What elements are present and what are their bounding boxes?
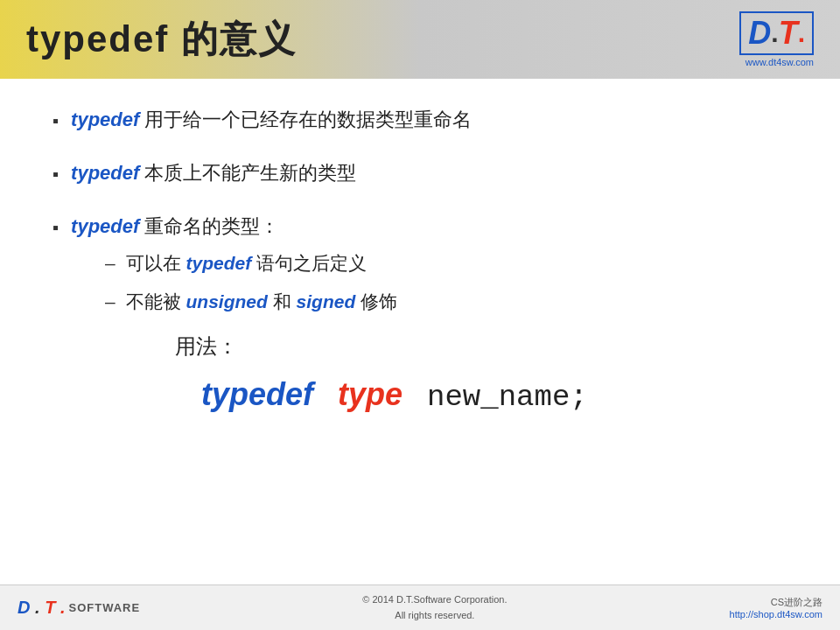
sub-text-1: 可以在 typedef 语句之后定义	[126, 249, 367, 277]
logo-t-letter: T	[779, 15, 798, 52]
keyword-typedef-3: typedef	[71, 215, 139, 237]
bullet-list: ▪ typedef 用于给一个已经存在的数据类型重命名 ▪ typedef 本质…	[52, 105, 788, 241]
sub-marker-2: –	[105, 288, 116, 316]
bullet-marker-3: ▪	[52, 214, 59, 241]
keyword-typedef-1: typedef	[71, 108, 139, 130]
footer-logo: D . T . Software	[18, 598, 140, 618]
bullet-rest-2: 本质上不能产生新的类型	[139, 162, 356, 184]
footer-t: T	[45, 598, 55, 617]
sub-marker-1: –	[105, 249, 116, 277]
bullet-text-3: typedef 重命名的类型：	[71, 212, 279, 241]
bullet-item-2: ▪ typedef 本质上不能产生新的类型	[52, 158, 788, 187]
footer-d: D	[18, 598, 30, 617]
footer-logo-dt: D . T .	[18, 598, 65, 618]
slide-title: typedef 的意义	[26, 15, 297, 64]
footer-url: http://shop.dt4sw.com	[730, 609, 822, 620]
code-typedef: typedef	[201, 376, 313, 413]
footer-software: Software	[68, 601, 140, 614]
bullet-rest-1: 用于给一个已经存在的数据类型重命名	[139, 108, 472, 130]
bullet-marker-1: ▪	[52, 108, 59, 134]
sub-item-2: – 不能被 unsigned 和 signed 修饰	[105, 288, 788, 316]
bullet-item-3: ▪ typedef 重命名的类型：	[52, 212, 788, 241]
logo-dot2: .	[798, 18, 805, 48]
sub-keyword-unsigned: unsigned	[186, 291, 268, 312]
code-new-name: new_name;	[427, 381, 588, 414]
logo-dot1: .	[771, 18, 778, 48]
sub-keyword-signed: signed	[297, 291, 356, 312]
footer-dot2: .	[60, 598, 66, 617]
logo-box: D . T .	[739, 11, 814, 55]
bullet-text-2: typedef 本质上不能产生新的类型	[71, 158, 356, 187]
slide-content: ▪ typedef 用于给一个已经存在的数据类型重命名 ▪ typedef 本质…	[0, 79, 840, 423]
bullet-marker-2: ▪	[52, 161, 59, 187]
slide-header: typedef 的意义 D . T . www.dt4sw.com	[0, 0, 840, 79]
footer-dot1: .	[35, 598, 40, 617]
keyword-typedef-2: typedef	[71, 162, 139, 184]
footer-page-info: CS进阶之路	[771, 597, 822, 607]
sub-text-2: 不能被 unsigned 和 signed 修饰	[126, 288, 397, 316]
usage-section: 用法： typedef type new_name;	[175, 332, 788, 414]
copyright-line2: All rights reserved.	[395, 610, 474, 620]
bullet-text-1: typedef 用于给一个已经存在的数据类型重命名	[71, 105, 472, 134]
usage-code: typedef type new_name;	[201, 376, 788, 414]
copyright-line1: © 2014 D.T.Software Corporation.	[362, 594, 507, 605]
footer-copyright: © 2014 D.T.Software Corporation. All rig…	[362, 592, 507, 623]
bullet-rest-3: 重命名的类型：	[139, 215, 279, 237]
sub-item-1: – 可以在 typedef 语句之后定义	[105, 249, 788, 277]
bullet-item-1: ▪ typedef 用于给一个已经存在的数据类型重命名	[52, 105, 788, 134]
sub-bullet-list: – 可以在 typedef 语句之后定义 – 不能被 unsigned 和 si…	[105, 249, 788, 315]
sub-keyword-typedef: typedef	[186, 253, 252, 273]
slide-footer: D . T . Software © 2014 D.T.Software Cor…	[0, 584, 840, 630]
header-logo: D . T . www.dt4sw.com	[739, 11, 814, 67]
usage-label: 用法：	[175, 332, 788, 360]
footer-right: CS进阶之路 http://shop.dt4sw.com	[730, 596, 822, 620]
logo-d-letter: D	[748, 15, 771, 52]
code-type: type	[338, 376, 402, 413]
logo-url: www.dt4sw.com	[746, 57, 814, 67]
